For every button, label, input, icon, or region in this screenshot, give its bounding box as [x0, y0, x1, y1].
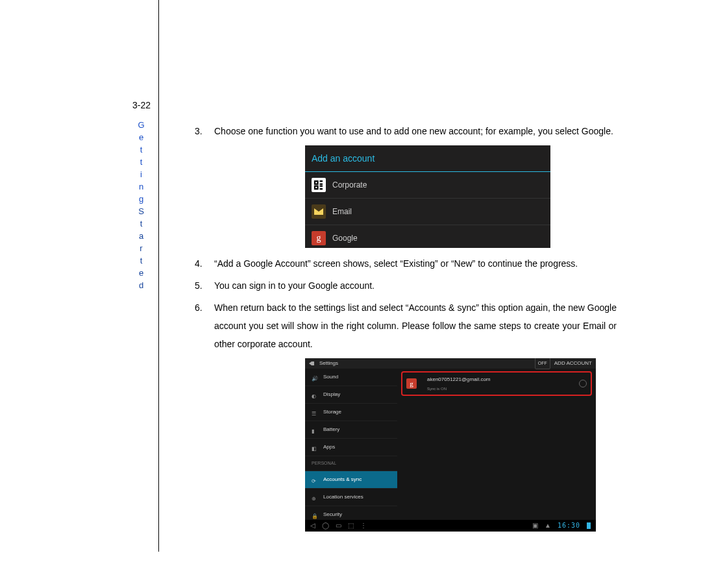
- tablet-screenshot: Settings OFF ADD ACCOUNT 🔊Sound ◐Display: [305, 358, 596, 532]
- warning-icon: ▲: [545, 519, 551, 532]
- section-title: GettingStarted: [136, 120, 146, 293]
- apps-icon: ◧: [312, 444, 318, 450]
- sidebar-item-label: Accounts & sync: [323, 474, 362, 485]
- display-icon: ◐: [312, 391, 318, 398]
- dialog-title: Add an account: [305, 145, 550, 172]
- sidebar-item-display[interactable]: ◐Display: [305, 386, 397, 404]
- sidebar-item-storage[interactable]: ☰Storage: [305, 404, 397, 421]
- account-option-google[interactable]: g Google: [305, 225, 550, 251]
- section-title-part2: Started: [136, 206, 146, 293]
- step-5: 5. You can sign in to your Google accoun…: [195, 276, 617, 295]
- sidebar-item-location[interactable]: ⊕Location services: [305, 489, 397, 506]
- add-account-button[interactable]: ADD ACCOUNT: [554, 358, 592, 369]
- step-6: 6. When return back to the settings list…: [195, 299, 617, 532]
- back-icon[interactable]: ◁: [310, 519, 315, 532]
- google-icon: g: [312, 231, 326, 245]
- sync-toggle[interactable]: OFF: [535, 358, 550, 369]
- account-sync-status: Sync is ON: [427, 385, 491, 393]
- step-number: 3.: [195, 122, 203, 140]
- sidebar-category: PERSONAL: [305, 456, 397, 471]
- home-icon[interactable]: ◯: [322, 519, 329, 532]
- settings-title: Settings: [319, 358, 338, 369]
- sidebar-item-label: Storage: [323, 407, 341, 417]
- content-area: 3. Choose one function you want to use a…: [195, 122, 617, 535]
- battery-icon: ▮: [312, 426, 318, 433]
- figure-add-account: Add an account Corporate Email: [305, 145, 617, 248]
- sidebar-item-security[interactable]: 🔒Security: [305, 506, 397, 519]
- sidebar-item-label: Security: [323, 509, 342, 519]
- step-number: 4.: [195, 254, 203, 273]
- battery-icon: [587, 522, 591, 529]
- settings-main-panel: g aken07051221@gmail.com Sync is ON: [397, 369, 596, 519]
- account-option-email[interactable]: Email: [305, 199, 550, 225]
- step-text: When return back to the settings list an…: [214, 302, 617, 349]
- step-text: Choose one function you want to use and …: [214, 126, 613, 136]
- account-option-label: Google: [332, 230, 358, 246]
- sidebar-item-apps[interactable]: ◧Apps: [305, 439, 397, 456]
- page-number: 3-22: [132, 100, 151, 110]
- account-option-label: Email: [332, 204, 352, 219]
- sidebar-item-label: Display: [323, 389, 340, 400]
- step-3: 3. Choose one function you want to use a…: [195, 122, 617, 248]
- settings-icon: [309, 360, 315, 367]
- sidebar-item-label: Apps: [323, 442, 335, 452]
- account-row-highlighted[interactable]: g aken07051221@gmail.com Sync is ON: [401, 371, 592, 396]
- step-text: “Add a Google Account” screen shows, sel…: [214, 258, 578, 269]
- sidebar-item-label: Location services: [323, 492, 363, 502]
- sound-icon: 🔊: [312, 374, 318, 380]
- step-number: 5.: [195, 276, 203, 295]
- figure-settings-screenshot: Settings OFF ADD ACCOUNT 🔊Sound ◐Display: [305, 358, 617, 532]
- sidebar-item-accounts-sync[interactable]: ⟳Accounts & sync: [305, 471, 397, 489]
- account-email: aken07051221@gmail.com: [427, 374, 491, 385]
- add-account-dialog: Add an account Corporate Email: [305, 145, 550, 248]
- step-text: You can sign in to your Google account.: [214, 280, 375, 291]
- vertical-divider: [158, 0, 159, 552]
- corporate-icon: [312, 178, 326, 192]
- sidebar-item-label: Sound: [323, 372, 338, 382]
- step-number: 6.: [195, 299, 203, 317]
- lock-icon: 🔒: [312, 511, 318, 518]
- screenshot-icon[interactable]: ⬚: [348, 519, 354, 532]
- settings-topbar: Settings OFF ADD ACCOUNT: [305, 358, 596, 369]
- menu-icon[interactable]: ⋮: [360, 519, 367, 532]
- account-option-corporate[interactable]: Corporate: [305, 172, 550, 199]
- sidebar-item-label: Battery: [323, 424, 339, 435]
- step-4: 4. “Add a Google Account” screen shows, …: [195, 254, 617, 273]
- clock: 16:30: [558, 519, 580, 532]
- download-icon: ▣: [532, 519, 538, 532]
- storage-icon: ☰: [312, 409, 318, 415]
- email-icon: [312, 204, 326, 219]
- section-title-part1: Getting: [136, 120, 146, 206]
- account-option-label: Corporate: [332, 177, 367, 193]
- sync-status-icon: [579, 380, 587, 387]
- sidebar-item-battery[interactable]: ▮Battery: [305, 421, 397, 439]
- location-icon: ⊕: [312, 494, 318, 500]
- system-navbar: ◁ ◯ ▭ ⬚ ⋮ ▣ ▲ 16:30: [305, 520, 596, 532]
- settings-sidebar: 🔊Sound ◐Display ☰Storage ▮Battery ◧Apps …: [305, 369, 397, 519]
- recents-icon[interactable]: ▭: [336, 519, 341, 532]
- google-icon: g: [406, 378, 417, 389]
- sidebar-item-sound[interactable]: 🔊Sound: [305, 369, 397, 386]
- sync-icon: ⟳: [312, 476, 318, 483]
